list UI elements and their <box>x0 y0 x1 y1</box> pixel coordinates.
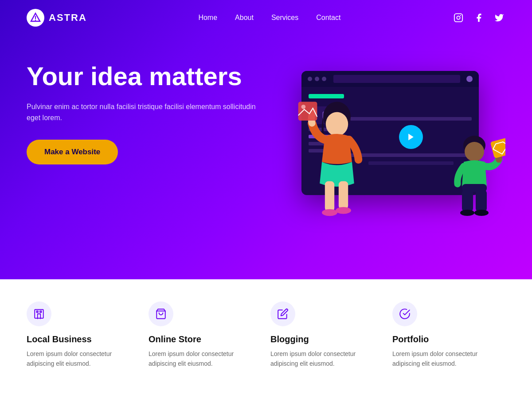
hero-content: Your idea matters Pulvinar enim ac torto… <box>27 62 257 164</box>
service-title-local-business: Local Business <box>27 334 131 344</box>
online-store-icon-wrap <box>149 301 173 326</box>
twitter-icon[interactable] <box>493 12 505 24</box>
hero-section: ASTRA Home About Services Contact <box>0 0 532 279</box>
svg-point-4 <box>457 16 460 19</box>
service-title-portfolio: Portfolio <box>392 334 497 344</box>
service-card-online-store: Online Store Lorem ipsum dolor consectet… <box>140 301 262 369</box>
play-button <box>399 125 423 149</box>
svg-point-22 <box>460 210 474 216</box>
logo-icon <box>27 9 44 27</box>
svg-point-10 <box>326 112 348 136</box>
portfolio-icon-wrap <box>392 301 417 326</box>
hero-description: Pulvinar enim ac tortor nulla facilisi t… <box>27 101 257 124</box>
browser-bar <box>301 71 479 87</box>
svg-rect-11 <box>325 181 334 211</box>
svg-point-18 <box>465 142 484 161</box>
local-business-icon-wrap <box>27 301 51 326</box>
play-icon <box>407 133 415 141</box>
svg-rect-21 <box>476 190 487 212</box>
svg-rect-3 <box>454 14 462 22</box>
svg-marker-8 <box>408 134 414 141</box>
service-desc-local-business: Lorem ipsum dolor consectetur adipiscing… <box>27 349 131 369</box>
service-title-online-store: Online Store <box>149 334 253 344</box>
svg-rect-24 <box>490 138 505 159</box>
nav-about[interactable]: About <box>235 14 254 22</box>
person1-illustration <box>293 93 381 235</box>
browser-address <box>333 75 460 83</box>
header: ASTRA Home About Services Contact <box>0 0 532 35</box>
building-icon <box>33 308 45 320</box>
service-card-blogging: Blogging Lorem ipsum dolor consectetur a… <box>262 301 383 369</box>
logo[interactable]: ASTRA <box>27 9 87 27</box>
facebook-icon[interactable] <box>473 12 485 24</box>
main-nav: Home About Services Contact <box>198 14 340 22</box>
svg-point-2 <box>35 20 36 20</box>
browser-btn <box>466 76 473 82</box>
hero-illustration <box>266 44 514 248</box>
cta-button[interactable]: Make a Website <box>27 140 118 164</box>
browser-dot-2 <box>315 77 319 81</box>
person2-illustration <box>434 133 505 231</box>
svg-point-23 <box>474 210 489 216</box>
check-circle-icon <box>399 308 411 320</box>
shopping-bag-icon <box>155 308 167 320</box>
svg-rect-20 <box>462 190 473 212</box>
hero-title: Your idea matters <box>27 62 257 90</box>
browser-dot-1 <box>308 77 312 81</box>
service-desc-online-store: Lorem ipsum dolor consectetur adipiscing… <box>149 349 253 369</box>
nav-contact[interactable]: Contact <box>316 14 340 22</box>
instagram-icon[interactable] <box>452 12 465 24</box>
service-title-blogging: Blogging <box>270 334 375 344</box>
nav-home[interactable]: Home <box>198 14 217 22</box>
svg-rect-26 <box>37 311 38 313</box>
service-card-local-business: Local Business Lorem ipsum dolor consect… <box>27 301 140 369</box>
nav-services[interactable]: Services <box>271 14 298 22</box>
logo-text: ASTRA <box>49 12 87 23</box>
service-desc-portfolio: Lorem ipsum dolor consectetur adipiscing… <box>392 349 497 369</box>
blogging-icon-wrap <box>270 301 295 326</box>
service-desc-blogging: Lorem ipsum dolor consectetur adipiscing… <box>270 349 375 369</box>
svg-point-13 <box>322 209 337 216</box>
svg-point-5 <box>460 15 461 16</box>
logo-svg <box>30 12 41 23</box>
services-section: Local Business Lorem ipsum dolor consect… <box>0 279 532 399</box>
social-icons <box>452 12 505 24</box>
browser-dot-3 <box>322 77 326 81</box>
svg-point-14 <box>336 207 351 214</box>
svg-point-16 <box>301 105 306 109</box>
edit-icon <box>277 308 289 320</box>
service-card-portfolio: Portfolio Lorem ipsum dolor consectetur … <box>383 301 505 369</box>
svg-rect-12 <box>339 181 348 209</box>
svg-rect-27 <box>40 311 41 313</box>
